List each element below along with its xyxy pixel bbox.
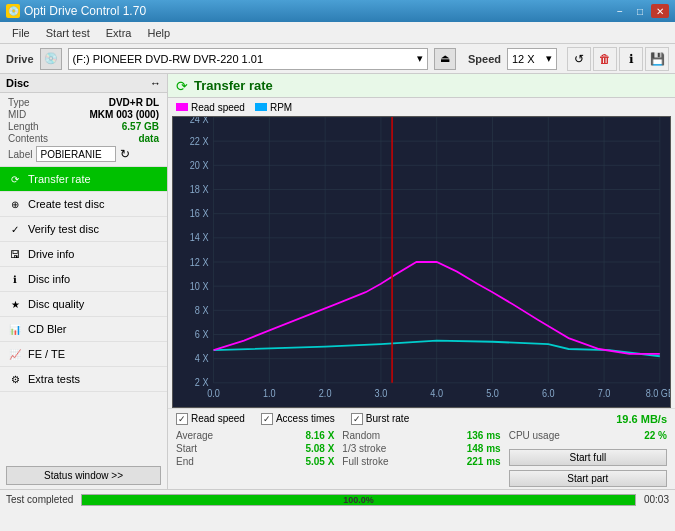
nav-fe-te[interactable]: 📈 FE / TE <box>0 342 167 367</box>
drive-icon-btn[interactable]: 💿 <box>40 48 62 70</box>
disc-contents-label: Contents <box>8 133 48 144</box>
burst-rate-value: 19.6 MB/s <box>616 413 667 425</box>
nav-extra-tests[interactable]: ⚙ Extra tests <box>0 367 167 392</box>
refresh-button[interactable]: ↺ <box>567 47 591 71</box>
start-part-button[interactable]: Start part <box>509 470 667 487</box>
stats-col-middle: Random 136 ms 1/3 stroke 148 ms Full str… <box>342 430 500 487</box>
nav-cd-bler[interactable]: 📊 CD Bler <box>0 317 167 342</box>
cb-read-speed-box[interactable] <box>176 413 188 425</box>
nav-transfer-rate-label: Transfer rate <box>28 173 91 185</box>
svg-text:4 X: 4 X <box>195 353 209 365</box>
create-test-disc-icon: ⊕ <box>8 197 22 211</box>
stroke-full-value: 221 ms <box>467 456 501 467</box>
menu-help[interactable]: Help <box>139 25 178 41</box>
save-button[interactable]: 💾 <box>645 47 669 71</box>
disc-label-input[interactable] <box>36 146 116 162</box>
legend-read-speed-label: Read speed <box>191 102 245 113</box>
stats-area: Average 8.16 X Start 5.08 X End 5.05 X R… <box>168 428 675 489</box>
nav-create-test-disc-label: Create test disc <box>28 198 104 210</box>
chart-title: Transfer rate <box>194 78 273 93</box>
title-bar: 💿 Opti Drive Control 1.70 − □ ✕ <box>0 0 675 22</box>
menu-bar: File Start test Extra Help <box>0 22 675 44</box>
cb-access-times[interactable]: Access times <box>261 413 335 425</box>
nav-extra-tests-label: Extra tests <box>28 373 80 385</box>
cb-access-times-label: Access times <box>276 413 335 424</box>
cd-bler-icon: 📊 <box>8 322 22 336</box>
timer: 00:03 <box>644 494 669 505</box>
disc-label-label: Label <box>8 149 32 160</box>
svg-text:12 X: 12 X <box>190 256 209 268</box>
eject-button[interactable]: ⏏ <box>434 48 456 70</box>
cb-read-speed-label: Read speed <box>191 413 245 424</box>
svg-text:2.0: 2.0 <box>319 388 332 400</box>
status-text: Test completed <box>6 494 73 505</box>
cb-access-times-box[interactable] <box>261 413 273 425</box>
status-window-button[interactable]: Status window >> <box>6 466 161 485</box>
maximize-button[interactable]: □ <box>631 4 649 18</box>
chart-canvas: 2 X 4 X 6 X 8 X 10 X 12 X 14 X 16 X 18 X… <box>172 116 671 408</box>
nav-disc-quality[interactable]: ★ Disc quality <box>0 292 167 317</box>
chart-header-icon: ⟳ <box>176 78 188 94</box>
stroke-full-label: Full stroke <box>342 456 388 467</box>
cpu-value: 22 % <box>644 430 667 441</box>
cpu-label: CPU usage <box>509 430 560 441</box>
disc-mid-value: MKM 003 (000) <box>90 109 159 120</box>
erase-button[interactable]: 🗑 <box>593 47 617 71</box>
disc-mid-label: MID <box>8 109 26 120</box>
svg-text:16 X: 16 X <box>190 208 209 220</box>
drive-bar: Drive 💿 (F:) PIONEER DVD-RW DVR-220 1.01… <box>0 44 675 74</box>
minimize-button[interactable]: − <box>611 4 629 18</box>
nav-verify-test-disc[interactable]: ✓ Verify test disc <box>0 217 167 242</box>
main-area: Disc ↔ Type DVD+R DL MID MKM 003 (000) L… <box>0 74 675 489</box>
nav-verify-test-disc-label: Verify test disc <box>28 223 99 235</box>
disc-header: Disc ↔ <box>0 74 167 93</box>
svg-text:24 X: 24 X <box>190 117 209 125</box>
end-label: End <box>176 456 194 467</box>
transfer-rate-icon: ⟳ <box>8 172 22 186</box>
cb-read-speed[interactable]: Read speed <box>176 413 245 425</box>
svg-text:7.0: 7.0 <box>598 388 611 400</box>
nav-create-test-disc[interactable]: ⊕ Create test disc <box>0 192 167 217</box>
cb-burst-rate-label: Burst rate <box>366 413 409 424</box>
nav-drive-info[interactable]: 🖫 Drive info <box>0 242 167 267</box>
menu-extra[interactable]: Extra <box>98 25 140 41</box>
svg-text:1.0: 1.0 <box>263 388 276 400</box>
speed-dropdown[interactable]: 12 X ▾ <box>507 48 557 70</box>
close-button[interactable]: ✕ <box>651 4 669 18</box>
menu-start-test[interactable]: Start test <box>38 25 98 41</box>
info-button[interactable]: ℹ <box>619 47 643 71</box>
stroke13-label: 1/3 stroke <box>342 443 386 454</box>
legend-rpm-color <box>255 103 267 111</box>
cb-burst-rate-box[interactable] <box>351 413 363 425</box>
svg-text:4.0: 4.0 <box>430 388 443 400</box>
sidebar: Disc ↔ Type DVD+R DL MID MKM 003 (000) L… <box>0 74 168 489</box>
status-bar: Test completed 100.0% 00:03 <box>0 489 675 509</box>
nav-fe-te-label: FE / TE <box>28 348 65 360</box>
nav-transfer-rate[interactable]: ⟳ Transfer rate <box>0 167 167 192</box>
chart-legend: Read speed RPM <box>168 98 675 116</box>
svg-text:10 X: 10 X <box>190 280 209 292</box>
menu-file[interactable]: File <box>4 25 38 41</box>
nav-disc-info[interactable]: ℹ Disc info <box>0 267 167 292</box>
svg-text:8 X: 8 X <box>195 304 209 316</box>
chart-area: ⟳ Transfer rate Read speed RPM <box>168 74 675 489</box>
svg-text:6 X: 6 X <box>195 328 209 340</box>
drive-dropdown[interactable]: (F:) PIONEER DVD-RW DVR-220 1.01 ▾ <box>68 48 428 70</box>
legend-read-speed-color <box>176 103 188 111</box>
drive-info-icon: 🖫 <box>8 247 22 261</box>
svg-text:14 X: 14 X <box>190 232 209 244</box>
title-bar-text: Opti Drive Control 1.70 <box>24 4 146 18</box>
start-full-button[interactable]: Start full <box>509 449 667 466</box>
svg-text:20 X: 20 X <box>190 159 209 171</box>
svg-text:6.0: 6.0 <box>542 388 555 400</box>
cb-burst-rate[interactable]: Burst rate <box>351 413 409 425</box>
disc-info-panel: Type DVD+R DL MID MKM 003 (000) Length 6… <box>0 93 167 167</box>
disc-header-arrow[interactable]: ↔ <box>150 77 161 89</box>
svg-text:8.0 GB: 8.0 GB <box>646 388 670 400</box>
app-icon: 💿 <box>6 4 20 18</box>
disc-label-refresh-icon[interactable]: ↻ <box>120 147 130 161</box>
svg-text:22 X: 22 X <box>190 135 209 147</box>
svg-text:18 X: 18 X <box>190 183 209 195</box>
verify-test-disc-icon: ✓ <box>8 222 22 236</box>
legend-rpm-label: RPM <box>270 102 292 113</box>
